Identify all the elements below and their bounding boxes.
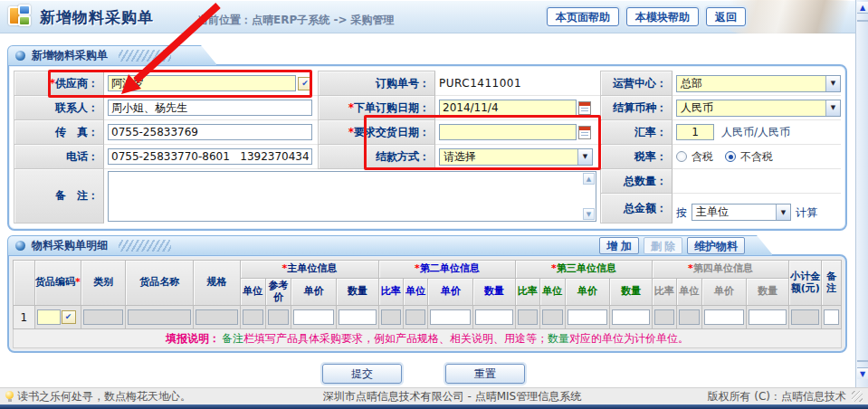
main-ref-price-input [268, 309, 290, 325]
unit3-qty-input[interactable] [612, 309, 650, 325]
unit2-qty-input[interactable] [475, 309, 513, 325]
reset-button[interactable]: 重置 [445, 364, 525, 384]
section-tab-order-header: 新增物料采购单 [7, 45, 217, 65]
supplier-input[interactable] [108, 75, 296, 91]
lightbulb-icon [5, 391, 14, 402]
back-button[interactable]: 返回 [706, 7, 746, 26]
order-date-input[interactable] [439, 100, 577, 116]
unit2-ratio-input [381, 309, 401, 325]
calc-suffix: 计算 [796, 205, 817, 221]
main-qty-input[interactable] [339, 309, 377, 325]
sub-header: 比率 [652, 279, 676, 306]
remark-scroll-up-icon[interactable]: ▲ [583, 173, 595, 185]
dropdown-arrow-icon[interactable]: ▼ [776, 204, 790, 220]
tax-label: 税率： [600, 144, 672, 169]
group-main-unit-header: *主单位信息 [240, 261, 378, 279]
delivery-date-input[interactable] [439, 124, 577, 140]
dropdown-arrow-icon[interactable]: ▼ [577, 149, 592, 165]
calendar-icon[interactable] [578, 126, 591, 139]
phone-input[interactable] [108, 148, 312, 165]
footer: 读书之乐何处寻，数点梅花天地心。 深圳市点晴信息技术有限公司 - 点晴MIS管理… [0, 387, 868, 409]
main-price-input[interactable] [293, 309, 333, 325]
maintain-materials-button[interactable]: 维护物料 [687, 237, 745, 254]
page-help-button[interactable]: 本页面帮助 [547, 7, 619, 26]
col-type-header: 类别 [81, 261, 125, 306]
order-date-field [435, 96, 600, 120]
contact-label: 联系人： [14, 95, 104, 120]
col-index-header [14, 261, 35, 306]
op-center-label: 运营中心： [600, 71, 672, 96]
calendar-icon[interactable] [578, 101, 591, 115]
detail-table: 货品编码* 类别 货品名称 规格 *主单位信息 *第二单位信息 *第三单位信息 … [13, 260, 842, 329]
fax-input[interactable] [108, 124, 312, 140]
add-row-button[interactable]: 增 加 [599, 237, 638, 254]
col-code-header: 货品编码* [34, 261, 81, 306]
item-code-input[interactable] [37, 309, 61, 325]
vertical-scrollbar[interactable]: ▲ ▼ [855, 0, 868, 387]
sub-header: 单价 [428, 279, 472, 306]
delete-row-button[interactable]: 删 除 [644, 237, 682, 254]
order-no-value: PURC1411001 [439, 77, 521, 90]
calc-prefix: 按 [676, 205, 687, 221]
currency-label: 结算币种： [600, 95, 672, 120]
col-name-header: 货品名称 [126, 261, 194, 306]
submit-button[interactable]: 提交 [322, 364, 402, 384]
tax-excluded-label: 不含税 [740, 149, 773, 165]
exchange-rate-field: 人民币/人民币 [672, 120, 841, 145]
remark-field: ▲ ▼ [104, 169, 600, 224]
total-amount-label: 总金额： [600, 193, 672, 224]
op-center-field: 总部▼ [672, 71, 841, 96]
calc-unit-select[interactable]: 主单位▼ [692, 204, 791, 221]
unit3-price-input[interactable] [568, 309, 607, 325]
item-name-input [128, 309, 191, 325]
scrollbar-tick [857, 360, 868, 362]
app-logo-icon [8, 5, 33, 28]
scroll-up-icon[interactable]: ▲ [857, 2, 868, 14]
remark-label: 备 注： [14, 168, 104, 224]
total-amount-field: 按 主单位▼ 计算 [672, 194, 841, 224]
sub-header: 数量 [472, 279, 515, 306]
order-no-label: 订购单号： [318, 71, 435, 96]
fax-field [104, 120, 318, 145]
col-remark-header: 备注 [822, 261, 842, 306]
scroll-down-icon[interactable]: ▼ [857, 367, 868, 379]
remark-textarea[interactable]: ▲ ▼ [108, 171, 596, 222]
row-remark-input[interactable] [824, 309, 839, 325]
dropdown-arrow-icon[interactable]: ▼ [825, 76, 840, 91]
exchange-rate-input[interactable] [676, 124, 714, 140]
supplier-picker-icon[interactable]: ✔ [298, 77, 312, 90]
row-number: 1 [14, 306, 35, 329]
payment-label: 结款方式： [318, 144, 435, 169]
dropdown-arrow-icon[interactable]: ▼ [825, 100, 840, 116]
item-code-picker-icon[interactable]: ✔ [62, 310, 76, 324]
currency-select[interactable]: 人民币▼ [676, 100, 841, 117]
unit4-unit-input [679, 309, 700, 325]
module-help-button[interactable]: 本模块帮助 [626, 7, 699, 26]
tax-included-radio[interactable] [676, 151, 687, 162]
remark-scroll-down-icon[interactable]: ▼ [583, 208, 595, 220]
unit4-price-input[interactable] [704, 309, 744, 325]
sub-header: 单位 [403, 279, 428, 306]
breadcrumb: 当前位置：点晴ERP子系统 -> 采购管理 [197, 13, 395, 28]
supplier-label: *供应商： [14, 71, 104, 96]
sub-header: 比率 [378, 279, 403, 306]
footer-bottom-bar [0, 404, 868, 409]
footer-copyright: 版权所有 (C)：点晴信息技术 [707, 389, 846, 404]
group-unit3-header: *第三单位信息 [515, 261, 652, 279]
sub-header: 比率 [515, 279, 539, 306]
op-center-select[interactable]: 总部▼ [676, 75, 841, 92]
order-no-field: PURC1411001 [435, 71, 600, 96]
payment-select[interactable]: 请选择▼ [439, 148, 593, 166]
tab-stripes-decoration [119, 240, 171, 252]
section-tab-order-detail: 物料采购单明细 增 加 删 除 维护物料 [7, 235, 773, 255]
sphere-icon [15, 51, 25, 61]
group-unit2-header: *第二单位信息 [378, 261, 515, 279]
scrollbar-tick [857, 20, 868, 22]
contact-input[interactable] [108, 100, 312, 116]
phone-field [104, 145, 318, 169]
unit2-price-input[interactable] [430, 309, 470, 325]
order-date-label: *下单订购日期： [318, 95, 435, 120]
unit4-qty-input[interactable] [749, 309, 787, 325]
tax-excluded-radio[interactable] [725, 151, 736, 162]
contact-field [104, 96, 318, 120]
